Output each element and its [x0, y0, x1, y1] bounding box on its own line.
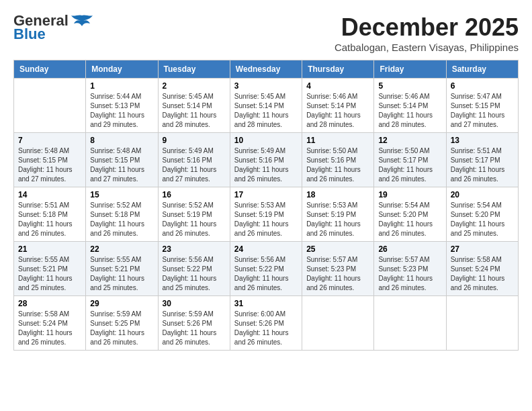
day-info: Sunrise: 5:54 AM Sunset: 5:20 PM Dayligh…	[378, 201, 441, 238]
calendar-cell: 3Sunrise: 5:45 AM Sunset: 5:14 PM Daylig…	[230, 79, 302, 133]
day-number: 27	[451, 244, 514, 254]
calendar-cell: 24Sunrise: 5:56 AM Sunset: 5:22 PM Dayli…	[230, 242, 302, 296]
calendar-cell: 5Sunrise: 5:46 AM Sunset: 5:14 PM Daylig…	[374, 79, 446, 133]
calendar-cell	[14, 79, 86, 133]
day-info: Sunrise: 5:51 AM Sunset: 5:18 PM Dayligh…	[18, 201, 81, 238]
weekday-header: Friday	[374, 60, 446, 79]
day-info: Sunrise: 5:57 AM Sunset: 5:23 PM Dayligh…	[306, 255, 369, 293]
calendar-cell: 9Sunrise: 5:49 AM Sunset: 5:16 PM Daylig…	[158, 133, 230, 187]
day-info: Sunrise: 5:46 AM Sunset: 5:14 PM Dayligh…	[306, 92, 369, 130]
day-number: 10	[234, 136, 298, 145]
calendar-cell: 14Sunrise: 5:51 AM Sunset: 5:18 PM Dayli…	[14, 187, 86, 242]
calendar-cell: 8Sunrise: 5:48 AM Sunset: 5:15 PM Daylig…	[86, 133, 158, 187]
day-number: 5	[378, 81, 441, 91]
day-info: Sunrise: 5:53 AM Sunset: 5:19 PM Dayligh…	[234, 201, 298, 238]
day-info: Sunrise: 5:55 AM Sunset: 5:21 PM Dayligh…	[18, 255, 81, 293]
calendar-week-row: 7Sunrise: 5:48 AM Sunset: 5:15 PM Daylig…	[14, 133, 519, 187]
day-info: Sunrise: 5:46 AM Sunset: 5:14 PM Dayligh…	[378, 92, 441, 130]
day-number: 13	[451, 136, 514, 145]
day-info: Sunrise: 5:45 AM Sunset: 5:14 PM Dayligh…	[234, 92, 298, 130]
calendar-cell: 12Sunrise: 5:50 AM Sunset: 5:17 PM Dayli…	[374, 133, 446, 187]
calendar-cell: 17Sunrise: 5:53 AM Sunset: 5:19 PM Dayli…	[230, 187, 302, 242]
day-info: Sunrise: 5:55 AM Sunset: 5:21 PM Dayligh…	[90, 255, 153, 293]
day-number: 30	[163, 299, 226, 308]
day-number: 9	[163, 136, 226, 145]
day-info: Sunrise: 5:50 AM Sunset: 5:17 PM Dayligh…	[378, 146, 441, 184]
weekday-header: Wednesday	[230, 60, 302, 79]
day-number: 22	[90, 244, 153, 254]
day-info: Sunrise: 5:57 AM Sunset: 5:23 PM Dayligh…	[378, 255, 441, 293]
day-number: 31	[234, 299, 298, 308]
calendar-cell: 30Sunrise: 5:59 AM Sunset: 5:26 PM Dayli…	[158, 296, 230, 351]
day-info: Sunrise: 5:56 AM Sunset: 5:22 PM Dayligh…	[234, 255, 298, 293]
location-title: Catbalogan, Eastern Visayas, Philippines	[335, 42, 519, 53]
calendar-cell: 25Sunrise: 5:57 AM Sunset: 5:23 PM Dayli…	[302, 242, 374, 296]
calendar-cell: 21Sunrise: 5:55 AM Sunset: 5:21 PM Dayli…	[14, 242, 86, 296]
calendar-cell	[302, 296, 374, 351]
weekday-header: Monday	[86, 60, 158, 79]
calendar-cell: 26Sunrise: 5:57 AM Sunset: 5:23 PM Dayli…	[374, 242, 446, 296]
calendar-cell: 7Sunrise: 5:48 AM Sunset: 5:15 PM Daylig…	[14, 133, 86, 187]
day-number: 29	[90, 299, 153, 308]
day-number: 19	[378, 190, 441, 199]
day-info: Sunrise: 5:59 AM Sunset: 5:26 PM Dayligh…	[163, 310, 226, 347]
calendar-week-row: 21Sunrise: 5:55 AM Sunset: 5:21 PM Dayli…	[14, 242, 519, 296]
calendar-cell: 4Sunrise: 5:46 AM Sunset: 5:14 PM Daylig…	[302, 79, 374, 133]
calendar-cell: 10Sunrise: 5:49 AM Sunset: 5:16 PM Dayli…	[230, 133, 302, 187]
weekday-header: Sunday	[14, 60, 86, 79]
calendar-cell: 16Sunrise: 5:52 AM Sunset: 5:19 PM Dayli…	[158, 187, 230, 242]
day-info: Sunrise: 5:58 AM Sunset: 5:24 PM Dayligh…	[18, 310, 81, 347]
day-number: 8	[90, 136, 153, 145]
day-info: Sunrise: 5:59 AM Sunset: 5:25 PM Dayligh…	[90, 310, 153, 347]
day-info: Sunrise: 5:51 AM Sunset: 5:17 PM Dayligh…	[451, 146, 514, 184]
day-info: Sunrise: 6:00 AM Sunset: 5:26 PM Dayligh…	[234, 310, 298, 347]
day-info: Sunrise: 5:53 AM Sunset: 5:19 PM Dayligh…	[306, 201, 369, 238]
header: General Blue December 2025 Catbalogan, E…	[13, 13, 519, 53]
day-number: 18	[306, 190, 369, 199]
day-number: 17	[234, 190, 298, 199]
weekday-header: Saturday	[446, 60, 518, 79]
day-number: 4	[306, 81, 369, 91]
day-number: 7	[18, 136, 81, 145]
weekday-header: Thursday	[302, 60, 374, 79]
calendar-cell: 15Sunrise: 5:52 AM Sunset: 5:18 PM Dayli…	[86, 187, 158, 242]
day-info: Sunrise: 5:54 AM Sunset: 5:20 PM Dayligh…	[451, 201, 514, 238]
day-number: 15	[90, 190, 153, 199]
calendar-cell: 1Sunrise: 5:44 AM Sunset: 5:13 PM Daylig…	[86, 79, 158, 133]
day-info: Sunrise: 5:45 AM Sunset: 5:14 PM Dayligh…	[163, 92, 226, 130]
calendar-cell: 23Sunrise: 5:56 AM Sunset: 5:22 PM Dayli…	[158, 242, 230, 296]
day-number: 12	[378, 136, 441, 145]
calendar-cell: 6Sunrise: 5:47 AM Sunset: 5:15 PM Daylig…	[446, 79, 518, 133]
calendar-cell	[374, 296, 446, 351]
calendar-cell: 27Sunrise: 5:58 AM Sunset: 5:24 PM Dayli…	[446, 242, 518, 296]
weekday-header: Tuesday	[158, 60, 230, 79]
day-number: 14	[18, 190, 81, 199]
calendar-cell: 2Sunrise: 5:45 AM Sunset: 5:14 PM Daylig…	[158, 79, 230, 133]
day-info: Sunrise: 5:56 AM Sunset: 5:22 PM Dayligh…	[163, 255, 226, 293]
day-number: 6	[451, 81, 514, 91]
day-number: 3	[234, 81, 298, 91]
calendar-cell: 29Sunrise: 5:59 AM Sunset: 5:25 PM Dayli…	[86, 296, 158, 351]
day-number: 11	[306, 136, 369, 145]
logo-bird-icon	[71, 14, 93, 28]
calendar-cell: 19Sunrise: 5:54 AM Sunset: 5:20 PM Dayli…	[374, 187, 446, 242]
day-info: Sunrise: 5:49 AM Sunset: 5:16 PM Dayligh…	[163, 146, 226, 184]
month-title: December 2025	[335, 13, 519, 42]
day-info: Sunrise: 5:44 AM Sunset: 5:13 PM Dayligh…	[90, 92, 153, 130]
logo: General Blue	[13, 13, 93, 43]
day-info: Sunrise: 5:48 AM Sunset: 5:15 PM Dayligh…	[90, 146, 153, 184]
calendar-cell: 11Sunrise: 5:50 AM Sunset: 5:16 PM Dayli…	[302, 133, 374, 187]
day-number: 24	[234, 244, 298, 254]
calendar-cell	[446, 296, 518, 351]
day-number: 2	[163, 81, 226, 91]
calendar-week-row: 1Sunrise: 5:44 AM Sunset: 5:13 PM Daylig…	[14, 79, 519, 133]
day-number: 26	[378, 244, 441, 254]
calendar: SundayMondayTuesdayWednesdayThursdayFrid…	[13, 60, 519, 351]
day-info: Sunrise: 5:50 AM Sunset: 5:16 PM Dayligh…	[306, 146, 369, 184]
day-info: Sunrise: 5:52 AM Sunset: 5:18 PM Dayligh…	[90, 201, 153, 238]
day-info: Sunrise: 5:52 AM Sunset: 5:19 PM Dayligh…	[163, 201, 226, 238]
calendar-week-row: 14Sunrise: 5:51 AM Sunset: 5:18 PM Dayli…	[14, 187, 519, 242]
calendar-cell: 31Sunrise: 6:00 AM Sunset: 5:26 PM Dayli…	[230, 296, 302, 351]
calendar-cell: 22Sunrise: 5:55 AM Sunset: 5:21 PM Dayli…	[86, 242, 158, 296]
calendar-cell: 28Sunrise: 5:58 AM Sunset: 5:24 PM Dayli…	[14, 296, 86, 351]
